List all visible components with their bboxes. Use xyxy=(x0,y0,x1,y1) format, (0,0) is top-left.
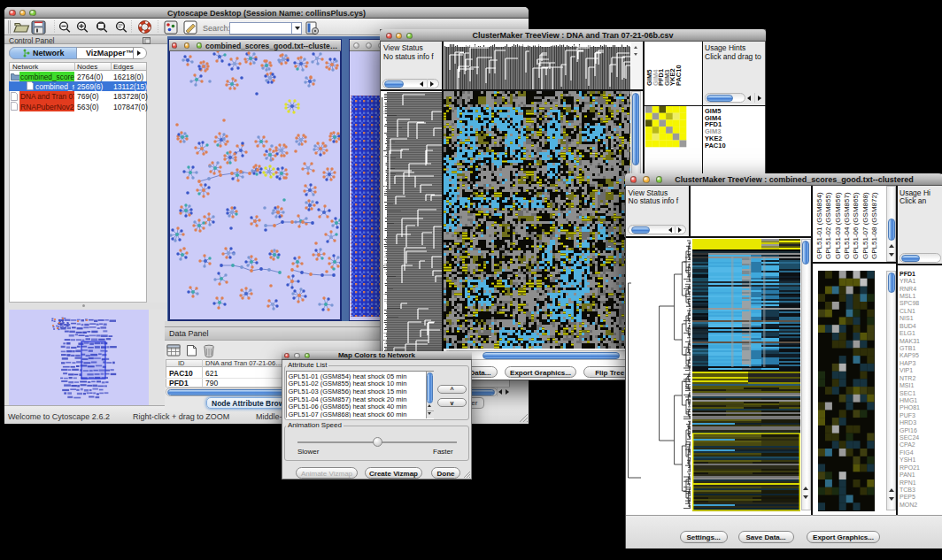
svg-text:PAC10: PAC10 xyxy=(675,65,683,86)
svg-text:GPL51-06 (GSM865): GPL51-06 (GSM865) xyxy=(852,192,860,259)
svg-text:GPL51-08 (GSM872): GPL51-08 (GSM872) xyxy=(870,192,878,259)
svg-text:GPL51-04 (GSM857): GPL51-04 (GSM857) xyxy=(843,192,851,259)
svg-text:GPL51-02 (GSM855): GPL51-02 (GSM855) xyxy=(824,192,832,259)
svg-text:GPL51-07 (GSM868): GPL51-07 (GSM868) xyxy=(861,192,869,259)
svg-text:GPL51-03 (GSM856): GPL51-03 (GSM856) xyxy=(834,192,842,259)
svg-text:GPL51-01 (GSM854): GPL51-01 (GSM854) xyxy=(815,192,823,259)
